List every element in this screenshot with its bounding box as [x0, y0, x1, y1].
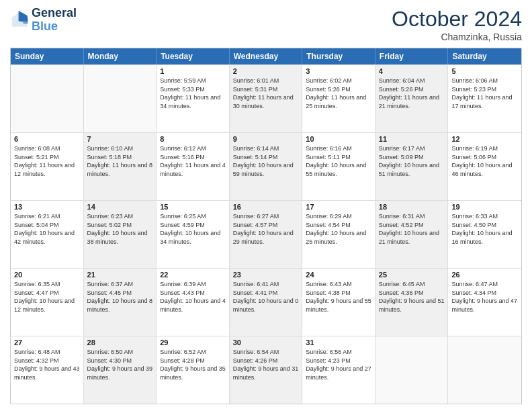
sunset-text: Sunset: 5:06 PM	[451, 153, 518, 162]
sunset-text: Sunset: 4:54 PM	[306, 221, 371, 230]
daylight-text: Daylight: 10 hours and 0 minutes.	[233, 297, 299, 314]
cal-cell: 14Sunrise: 6:23 AMSunset: 5:02 PMDayligh…	[84, 201, 157, 268]
cal-cell: 15Sunrise: 6:25 AMSunset: 4:59 PMDayligh…	[157, 201, 230, 268]
sunrise-text: Sunrise: 6:04 AM	[379, 77, 445, 85]
cal-cell: 24Sunrise: 6:43 AMSunset: 4:38 PMDayligh…	[302, 269, 375, 336]
day-number: 28	[87, 338, 153, 347]
cal-cell: 22Sunrise: 6:39 AMSunset: 4:43 PMDayligh…	[157, 269, 230, 336]
sunset-text: Sunset: 5:02 PM	[87, 221, 153, 230]
sunset-text: Sunset: 4:59 PM	[160, 221, 226, 230]
sunrise-text: Sunrise: 6:43 AM	[306, 280, 371, 289]
sunset-text: Sunset: 4:50 PM	[451, 221, 518, 230]
day-number: 30	[233, 338, 299, 347]
day-number: 3	[306, 67, 371, 75]
day-number: 18	[379, 203, 445, 211]
cal-cell	[11, 65, 84, 132]
daylight-text: Daylight: 10 hours and 42 minutes.	[14, 229, 80, 246]
day-number: 5	[451, 67, 518, 75]
daylight-text: Daylight: 10 hours and 12 minutes.	[14, 297, 80, 314]
daylight-text: Daylight: 10 hours and 25 minutes.	[306, 229, 371, 246]
daylight-text: Daylight: 11 hours and 34 minutes.	[160, 93, 226, 110]
day-number: 25	[379, 271, 445, 279]
header-day-sunday: Sunday	[11, 48, 84, 64]
day-number: 6	[14, 135, 80, 143]
daylight-text: Daylight: 9 hours and 55 minutes.	[306, 297, 371, 314]
day-number: 17	[306, 203, 371, 211]
sunset-text: Sunset: 5:31 PM	[233, 85, 299, 94]
cal-cell: 6Sunrise: 6:08 AMSunset: 5:21 PMDaylight…	[11, 133, 84, 200]
day-number: 16	[233, 203, 299, 211]
daylight-text: Daylight: 10 hours and 29 minutes.	[233, 229, 299, 246]
day-number: 4	[379, 67, 445, 75]
daylight-text: Daylight: 10 hours and 8 minutes.	[87, 297, 153, 314]
day-number: 10	[306, 135, 371, 143]
cal-cell: 9Sunrise: 6:14 AMSunset: 5:14 PMDaylight…	[230, 133, 303, 200]
header-day-friday: Friday	[375, 48, 449, 64]
day-number: 8	[160, 135, 226, 143]
cal-cell: 16Sunrise: 6:27 AMSunset: 4:57 PMDayligh…	[230, 201, 303, 268]
sunset-text: Sunset: 4:26 PM	[233, 357, 299, 365]
daylight-text: Daylight: 10 hours and 51 minutes.	[379, 161, 445, 178]
daylight-text: Daylight: 9 hours and 51 minutes.	[379, 297, 445, 314]
sunrise-text: Sunrise: 6:02 AM	[306, 77, 371, 85]
sunrise-text: Sunrise: 6:31 AM	[379, 212, 445, 221]
header-day-saturday: Saturday	[448, 48, 521, 64]
page: General Blue October 2024 Chamzinka, Rus…	[0, 0, 532, 411]
daylight-text: Daylight: 9 hours and 27 minutes.	[306, 365, 371, 381]
cal-cell: 17Sunrise: 6:29 AMSunset: 4:54 PMDayligh…	[302, 201, 375, 268]
month-title: October 2024	[392, 7, 522, 32]
sunset-text: Sunset: 4:57 PM	[233, 221, 299, 230]
sunset-text: Sunset: 4:45 PM	[87, 289, 153, 298]
sunset-text: Sunset: 4:34 PM	[451, 289, 518, 298]
week-row-2: 6Sunrise: 6:08 AMSunset: 5:21 PMDaylight…	[11, 132, 521, 200]
cal-cell: 23Sunrise: 6:41 AMSunset: 4:41 PMDayligh…	[230, 269, 303, 336]
cal-cell: 31Sunrise: 6:56 AMSunset: 4:23 PMDayligh…	[302, 336, 375, 404]
daylight-text: Daylight: 10 hours and 21 minutes.	[379, 229, 445, 246]
day-number: 11	[379, 135, 445, 143]
cal-cell	[448, 336, 521, 404]
sunrise-text: Sunrise: 6:23 AM	[87, 212, 153, 221]
sunrise-text: Sunrise: 6:16 AM	[306, 144, 371, 153]
sunset-text: Sunset: 4:23 PM	[306, 357, 371, 365]
sunrise-text: Sunrise: 6:56 AM	[306, 348, 371, 357]
cal-cell: 28Sunrise: 6:50 AMSunset: 4:30 PMDayligh…	[84, 336, 157, 404]
sunset-text: Sunset: 4:30 PM	[87, 357, 153, 365]
day-number: 2	[233, 67, 299, 75]
daylight-text: Daylight: 9 hours and 47 minutes.	[451, 297, 518, 314]
sunset-text: Sunset: 5:21 PM	[14, 153, 80, 162]
sunrise-text: Sunrise: 6:14 AM	[233, 144, 299, 153]
cal-cell: 25Sunrise: 6:45 AMSunset: 4:36 PMDayligh…	[375, 269, 449, 336]
sunset-text: Sunset: 5:09 PM	[379, 153, 445, 162]
sunset-text: Sunset: 5:18 PM	[87, 153, 153, 162]
daylight-text: Daylight: 10 hours and 55 minutes.	[306, 161, 371, 178]
daylight-text: Daylight: 11 hours and 8 minutes.	[87, 161, 153, 178]
week-row-4: 20Sunrise: 6:35 AMSunset: 4:47 PMDayligh…	[11, 268, 521, 336]
sunrise-text: Sunrise: 6:25 AM	[160, 212, 226, 221]
header: General Blue October 2024 Chamzinka, Rus…	[10, 7, 522, 42]
day-number: 15	[160, 203, 226, 211]
header-day-tuesday: Tuesday	[157, 48, 230, 64]
sunrise-text: Sunrise: 6:54 AM	[233, 348, 299, 357]
daylight-text: Daylight: 10 hours and 59 minutes.	[233, 161, 299, 178]
header-day-monday: Monday	[84, 48, 157, 64]
cal-cell: 26Sunrise: 6:47 AMSunset: 4:34 PMDayligh…	[448, 269, 521, 336]
daylight-text: Daylight: 9 hours and 43 minutes.	[14, 365, 80, 381]
cal-cell: 27Sunrise: 6:48 AMSunset: 4:32 PMDayligh…	[11, 336, 84, 404]
day-number: 12	[451, 135, 518, 143]
sunrise-text: Sunrise: 6:01 AM	[233, 77, 299, 85]
day-number: 9	[233, 135, 299, 143]
sunset-text: Sunset: 4:47 PM	[14, 289, 80, 298]
sunrise-text: Sunrise: 5:59 AM	[160, 77, 226, 85]
sunrise-text: Sunrise: 6:52 AM	[160, 348, 226, 357]
title-block: October 2024 Chamzinka, Russia	[392, 7, 522, 42]
cal-cell: 10Sunrise: 6:16 AMSunset: 5:11 PMDayligh…	[302, 133, 375, 200]
sunrise-text: Sunrise: 6:33 AM	[451, 212, 518, 221]
day-number: 27	[14, 338, 80, 347]
daylight-text: Daylight: 10 hours and 34 minutes.	[160, 229, 226, 246]
daylight-text: Daylight: 9 hours and 39 minutes.	[87, 365, 153, 381]
cal-cell: 1Sunrise: 5:59 AMSunset: 5:33 PMDaylight…	[157, 65, 230, 132]
daylight-text: Daylight: 11 hours and 21 minutes.	[379, 93, 445, 110]
daylight-text: Daylight: 10 hours and 46 minutes.	[451, 161, 518, 178]
sunrise-text: Sunrise: 6:17 AM	[379, 144, 445, 153]
day-number: 26	[451, 271, 518, 279]
